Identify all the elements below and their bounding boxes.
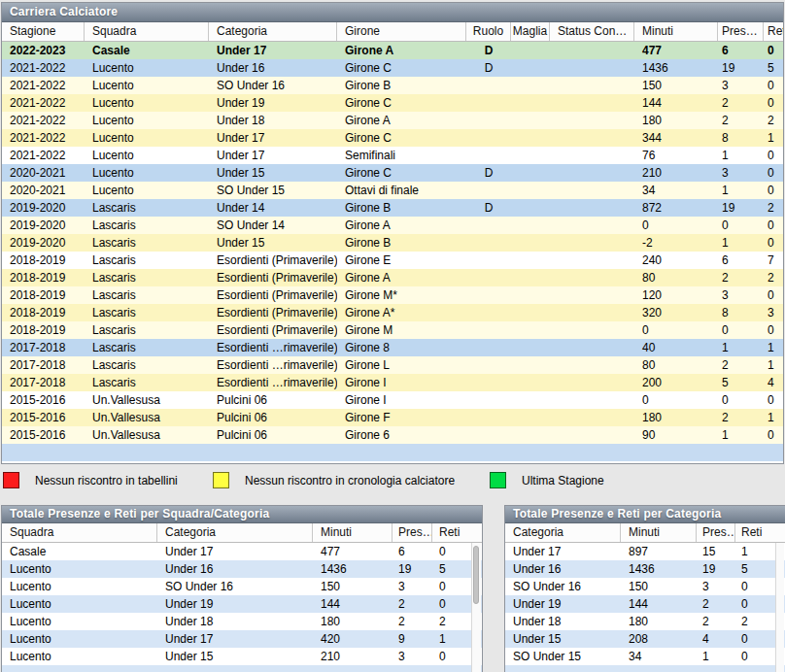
table-row[interactable]: 2017-2018LascarisEsordienti …rimaverile)… bbox=[2, 374, 783, 391]
table-row[interactable]: LucentoUnder 1521030 bbox=[2, 648, 482, 665]
table-row[interactable]: Under 1520840 bbox=[505, 630, 785, 648]
table-row[interactable]: Under 161436195 bbox=[505, 560, 785, 578]
table-row[interactable]: 2018-2019LascarisEsordienti (Primaverile… bbox=[2, 321, 783, 339]
cell-squadra: Lascaris bbox=[85, 252, 209, 269]
cell-pres: 2 bbox=[392, 595, 432, 613]
column-header[interactable]: Minuti bbox=[313, 523, 392, 542]
cell-minuti: 180 bbox=[634, 409, 718, 426]
column-header[interactable]: Minuti bbox=[621, 523, 697, 542]
table-row[interactable]: 2015-2016Un.VallesusaPulcini 06Girone I0… bbox=[2, 391, 783, 409]
table-row[interactable]: 2021-2022LucentoUnder 18Girone A18022 bbox=[2, 112, 783, 129]
table-row[interactable]: 2021-2022LucentoUnder 17Girone C34481 bbox=[2, 129, 783, 147]
table-row[interactable]: LucentoUnder 1914420 bbox=[2, 595, 482, 613]
table-row[interactable]: 2018-2019LascarisEsordienti (Primaverile… bbox=[2, 269, 783, 286]
column-header[interactable]: Reti bbox=[432, 523, 482, 542]
cell-ruolo bbox=[466, 391, 511, 409]
cell-minuti: 210 bbox=[313, 648, 392, 665]
column-header[interactable]: Ruolo bbox=[466, 22, 511, 41]
table-row[interactable]: 2019-2020LascarisUnder 14Girone BD872192 bbox=[2, 199, 783, 217]
table-row[interactable]: 2015-2016Un.VallesusaPulcini 06Girone 69… bbox=[2, 426, 783, 444]
table-row[interactable]: 2020-2021LucentoSO Under 15Ottavi di fin… bbox=[2, 182, 783, 199]
totals-categoria-scrollbar[interactable] bbox=[775, 543, 784, 672]
empty-white-row bbox=[2, 461, 783, 464]
table-row[interactable]: 2019-2020LascarisSO Under 14Girone A000 bbox=[2, 217, 783, 234]
table-row[interactable]: 2017-2018LascarisEsordienti …rimaverile)… bbox=[2, 356, 783, 374]
table-row[interactable]: 2021-2022LucentoUnder 16Girone CD1436195 bbox=[2, 59, 783, 77]
table-row[interactable]: 2018-2019LascarisEsordienti (Primaverile… bbox=[2, 286, 783, 304]
cell-pres: 8 bbox=[718, 129, 764, 147]
cell-stagione: 2019-2020 bbox=[2, 234, 85, 252]
cell-squadra: Lucento bbox=[2, 613, 157, 630]
cell-stagione: 2017-2018 bbox=[2, 374, 85, 391]
cell-maglia bbox=[511, 339, 550, 356]
table-row[interactable]: LucentoUnder 1818022 bbox=[2, 613, 482, 630]
table-row[interactable]: LucentoUnder 161436195 bbox=[2, 560, 482, 578]
column-header[interactable]: Minuti bbox=[634, 22, 718, 41]
cell-minuti: 240 bbox=[634, 252, 718, 269]
cell-girone: Girone C bbox=[337, 164, 466, 182]
cell-minuti: 90 bbox=[634, 426, 718, 444]
column-header[interactable]: Squadra bbox=[85, 22, 209, 41]
cell-minuti: 210 bbox=[634, 164, 718, 182]
totals-squadra-title: Totale Presenze e Reti per Squadra/Categ… bbox=[2, 506, 482, 523]
cell-reti: 0 bbox=[764, 217, 783, 234]
table-row[interactable]: LucentoSO Under 1615030 bbox=[2, 578, 482, 595]
column-header[interactable]: Pres… bbox=[718, 22, 764, 41]
cell-pres: 2 bbox=[718, 356, 764, 374]
cell-maglia bbox=[511, 164, 550, 182]
table-row[interactable]: Under 1818022 bbox=[505, 613, 785, 630]
table-row[interactable]: 2015-2016Un.VallesusaPulcini 06Girone F1… bbox=[2, 409, 783, 426]
column-header[interactable]: Pres… bbox=[697, 523, 735, 542]
table-row[interactable]: LucentoUnder 1742091 bbox=[2, 630, 482, 648]
cell-categoria: Esordienti (Primaverile) bbox=[209, 269, 337, 286]
table-row[interactable]: Under 1914420 bbox=[505, 595, 785, 613]
table-row[interactable]: 2021-2022LucentoUnder 19Girone C14420 bbox=[2, 94, 783, 112]
column-header[interactable]: Categoria bbox=[505, 523, 621, 542]
cell-status bbox=[550, 164, 634, 182]
cell-pres: 19 bbox=[697, 560, 735, 578]
column-header[interactable]: Stagione bbox=[2, 22, 85, 41]
cell-girone: Girone B bbox=[337, 234, 466, 252]
cell-categoria: SO Under 16 bbox=[209, 77, 337, 94]
cell-minuti: 1436 bbox=[621, 560, 697, 578]
column-header[interactable]: Status Con… bbox=[550, 22, 634, 41]
table-row[interactable]: 2017-2018LascarisEsordienti …rimaverile)… bbox=[2, 339, 783, 356]
table-row[interactable]: 2018-2019LascarisEsordienti (Primaverile… bbox=[2, 304, 783, 321]
column-header[interactable]: Reti bbox=[764, 22, 783, 41]
cell-stagione: 2017-2018 bbox=[2, 356, 85, 374]
table-row[interactable]: 2018-2019LascarisEsordienti (Primaverile… bbox=[2, 252, 783, 269]
table-row[interactable]: 2022-2023CasaleUnder 17Girone AD47760 bbox=[2, 42, 783, 59]
cell-stagione: 2017-2018 bbox=[2, 339, 85, 356]
cell-status bbox=[550, 304, 634, 321]
cell-minuti: 34 bbox=[634, 182, 718, 199]
legend-item-last-season: Ultima Stagione bbox=[490, 472, 604, 488]
column-header[interactable]: Maglia bbox=[511, 22, 550, 41]
cell-maglia bbox=[511, 269, 550, 286]
cell-ruolo bbox=[466, 356, 511, 374]
totals-squadra-scrollbar[interactable] bbox=[471, 543, 481, 672]
column-header[interactable]: Squadra bbox=[2, 523, 157, 542]
column-header[interactable]: Reti bbox=[735, 523, 785, 542]
cell-reti: 2 bbox=[764, 199, 783, 217]
cell-minuti: -2 bbox=[634, 234, 718, 252]
column-header[interactable]: Girone bbox=[337, 22, 466, 41]
cell-ruolo bbox=[466, 129, 511, 147]
column-header[interactable]: Pres… bbox=[392, 523, 432, 542]
column-header[interactable]: Categoria bbox=[157, 523, 313, 542]
cell-squadra: Lucento bbox=[85, 129, 209, 147]
table-row[interactable]: 2021-2022LucentoSO Under 16Girone B15030 bbox=[2, 77, 783, 94]
table-row[interactable]: SO Under 1615030 bbox=[505, 578, 785, 595]
table-row[interactable]: CasaleUnder 1747760 bbox=[2, 543, 482, 560]
cell-categoria: Pulcini 06 bbox=[209, 391, 337, 409]
cell-categoria: Under 14 bbox=[209, 199, 337, 217]
column-header[interactable]: Categoria bbox=[209, 22, 337, 41]
table-row[interactable]: SO Under 153410 bbox=[505, 648, 785, 665]
table-row[interactable]: 2020-2021LucentoUnder 15Girone CD21030 bbox=[2, 164, 783, 182]
cell-girone: Girone C bbox=[337, 59, 466, 77]
table-row[interactable]: 2019-2020LascarisUnder 15Girone B-210 bbox=[2, 234, 783, 252]
cell-pres: 3 bbox=[392, 648, 432, 665]
table-row[interactable]: 2021-2022LucentoUnder 17Semifinali7610 bbox=[2, 147, 783, 164]
scrollbar-thumb[interactable] bbox=[473, 546, 479, 604]
cell-stagione: 2019-2020 bbox=[2, 217, 85, 234]
table-row[interactable]: Under 17897151 bbox=[505, 543, 785, 560]
